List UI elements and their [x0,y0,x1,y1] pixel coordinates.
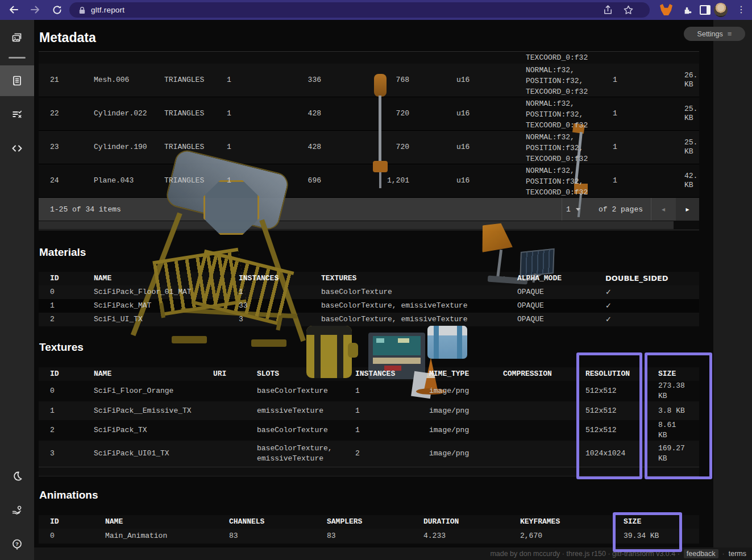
cell-textures: baseColorTexture, emissiveTexture [321,315,467,324]
sidebar-item-report[interactable] [0,68,34,94]
animations-header-row: ID NAME CHANNELS SAMPLERS DURATION KEYFR… [39,515,699,529]
cell-instances: 1 [613,176,617,185]
lock-icon [78,6,86,14]
bookmark-star-icon[interactable] [621,3,635,16]
terms-link[interactable]: terms [729,550,746,558]
cell-attributes: NORMAL:f32, POSITION:f32, TEXCOORD_0:f32 [526,65,595,97]
cell-keyframes: 2,670 [520,532,542,541]
col-samplers: SAMPLERS [327,517,362,526]
cell-size: 169.27 KB [658,443,688,464]
cell-instances: 1 [355,426,360,435]
feedback-link[interactable]: feedback [684,549,718,558]
cell-indices: 720 [321,143,409,152]
sidebar-divider [9,57,26,59]
texture-row: 3 SciFiPack_UI01_TX baseColorTexture, em… [39,441,699,467]
col-double-sided: DOUBLE_SIDED [605,274,668,283]
settings-menu-icon: ≡ [728,30,732,38]
extensions-puzzle-icon[interactable] [680,3,693,16]
materials-header-row: ID NAME INSTANCES TEXTURES ALPHA_MODE DO… [39,272,699,285]
texture-row: 2 SciFiPack_TX baseColorTexture 1 image/… [39,420,699,441]
footer: made by don mccurdy · three.js r150 · gl… [34,547,752,560]
cell-primitives: 1 [227,176,231,185]
cell-id: 0 [50,288,55,297]
cell-instances: 1 [613,76,617,85]
cell-id: 0 [50,532,55,541]
cell-id: 21 [50,76,59,85]
col-textures: TEXTURES [321,274,356,283]
col-alpha-mode: ALPHA_MODE [517,274,562,283]
reload-icon[interactable] [50,3,64,16]
cell-name: SciFiPack__Emissive_TX [94,406,192,416]
col-slots: SLOTS [257,369,339,379]
cell-name: Main_Animation [105,532,167,541]
col-resolution: RESOLUTION [585,370,630,379]
cell-indices: 720 [321,109,409,118]
cell-mode: TRIANGLES [164,109,204,118]
cell-name: SciFiPack_MAT [94,301,151,310]
cell-size: 26. KB [684,71,711,89]
moon-icon [11,470,23,482]
scrollbar-thumb[interactable] [39,221,674,229]
cell-name: Cylinder.022 [94,109,147,118]
col-keyframes: KEYFRAMES [520,517,560,526]
sidebar-item-theme[interactable] [0,463,34,489]
texture-row: 1 SciFiPack__Emissive_TX emissiveTexture… [39,401,699,420]
back-icon[interactable] [7,3,20,16]
profile-avatar[interactable] [714,3,728,16]
textures-heading: Textures [39,341,84,354]
sidebar-item-donate[interactable] [0,497,34,523]
cell-id: 22 [50,109,59,118]
cell-id: 2 [50,315,55,324]
materials-heading: Materials [39,246,86,259]
material-row: 2 SciFi_UI_TX 3 baseColorTexture, emissi… [39,313,699,326]
textures-table-footer-strip [39,467,699,476]
page-title: Metadata [39,30,96,45]
forward-icon[interactable] [28,3,42,16]
cell-instances: 1 [355,406,360,416]
browser-toolbar: gltf.report ⋮ [0,0,752,20]
cell-size: 25. KB [684,105,711,123]
col-channels: CHANNELS [229,517,264,526]
footer-credits: made by don mccurdy · three.js r150 · gl… [490,550,679,558]
next-page-button[interactable]: ▸ [676,198,699,221]
sidebar-item-scene[interactable] [0,24,34,51]
mesh-row-partial: TEXCOORD_0:f32 [39,51,699,64]
prev-icon: ◂ [662,205,665,213]
cell-instances: 1 [355,387,360,396]
col-compression: COMPRESSION [503,370,552,379]
hand-heart-icon [11,504,23,516]
cell-resolution: 1024x1024 [585,449,625,458]
col-size: SIZE [624,517,641,526]
material-row: 1 SciFiPack_MAT 33 baseColorTexture, emi… [39,299,699,313]
texture-row: 0 SciFi_Floor_Orange baseColorTexture 1 … [39,381,699,401]
menu-dots-icon[interactable]: ⋮ [734,3,748,16]
cell-resolution: 512x512 [585,426,617,435]
url-text[interactable]: gltf.report [91,6,124,14]
cell-slots: baseColorTexture, emissiveTexture [257,443,339,464]
cell-primitives: 1 [227,109,231,118]
cell-mime-type: image/png [429,387,469,396]
cell-id: 0 [50,387,55,396]
cell-attributes: NORMAL:f32, POSITION:f32, TEXCOORD_0:f32 [526,98,595,131]
cell-mime-type: image/png [429,426,469,435]
animation-row: 0 Main_Animation 83 83 4.233 2,670 39.34… [39,529,699,544]
page-select-value: 1 [566,205,571,214]
code-icon [11,142,23,155]
image-icon [11,31,23,44]
url-bar[interactable]: gltf.report [69,2,650,18]
cell-id: 2 [50,426,55,435]
sidebar-item-validation[interactable] [0,101,34,127]
cell-double-sided: ✓ [605,288,612,297]
share-icon[interactable] [601,3,614,16]
sidebar-item-help[interactable]: ? [0,531,34,557]
col-duration: DURATION [423,517,459,526]
animations-heading: Animations [39,489,98,501]
settings-button[interactable]: Settings ≡ [684,27,745,41]
sidebar-item-code[interactable] [0,135,34,161]
metamask-extension-icon[interactable] [659,3,673,16]
side-panel-icon[interactable] [698,3,712,16]
cell-mode: TRIANGLES [164,143,204,152]
page-select[interactable]: 1 [566,198,580,221]
report-panel: Metadata Settings ≡ TEXCOORD_0:f32 21 Me… [34,20,752,560]
prev-page-button[interactable]: ◂ [651,198,676,221]
